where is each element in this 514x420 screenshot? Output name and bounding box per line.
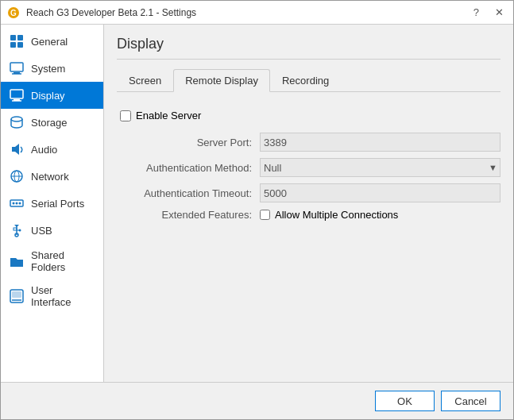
sidebar-label-storage: Storage bbox=[31, 117, 68, 129]
cancel-button[interactable]: Cancel bbox=[441, 391, 500, 411]
sidebar-item-storage[interactable]: Storage bbox=[1, 109, 103, 136]
sidebar-item-shared-folders[interactable]: Shared Folders bbox=[1, 244, 103, 279]
auth-timeout-label: Authentication Timeout: bbox=[117, 187, 260, 199]
svg-rect-4 bbox=[10, 42, 16, 48]
sidebar-item-audio[interactable]: Audio bbox=[1, 136, 103, 163]
titlebar: G Reach G3 Developer Beta 2.1 - Settings… bbox=[1, 1, 513, 25]
network-icon bbox=[9, 168, 25, 184]
server-port-input[interactable] bbox=[260, 133, 500, 152]
system-icon bbox=[9, 60, 25, 76]
window-title: Reach G3 Developer Beta 2.1 - Settings bbox=[26, 7, 196, 18]
content-area: Display Screen Remote Display Recording … bbox=[104, 25, 513, 382]
settings-window: G Reach G3 Developer Beta 2.1 - Settings… bbox=[0, 0, 514, 420]
sidebar-label-usb: USB bbox=[31, 225, 52, 237]
sidebar-label-shared-folders: Shared Folders bbox=[31, 249, 95, 273]
auth-timeout-row: Authentication Timeout: bbox=[117, 183, 500, 202]
titlebar-left: G Reach G3 Developer Beta 2.1 - Settings bbox=[7, 6, 196, 19]
enable-server-label: Enable Server bbox=[136, 110, 201, 121]
ok-button[interactable]: OK bbox=[375, 391, 435, 411]
sidebar-item-serial-ports[interactable]: Serial Ports bbox=[1, 190, 103, 217]
extended-features-row: Extended Features: Allow Multiple Connec… bbox=[117, 209, 500, 221]
server-port-row: Server Port: bbox=[117, 133, 500, 152]
sidebar-item-usb[interactable]: USB bbox=[1, 217, 103, 244]
svg-rect-2 bbox=[10, 35, 16, 40]
sidebar-label-user-interface: User Interface bbox=[31, 284, 95, 308]
auth-method-select-wrapper: Null ▼ bbox=[260, 158, 500, 177]
titlebar-controls: ? ✕ bbox=[470, 6, 507, 18]
app-icon: G bbox=[7, 6, 20, 19]
allow-multiple-label: Allow Multiple Connections bbox=[275, 209, 398, 221]
auth-method-select[interactable]: Null bbox=[260, 158, 500, 177]
storage-icon bbox=[9, 114, 25, 130]
svg-rect-5 bbox=[17, 42, 23, 48]
footer: OK Cancel bbox=[1, 382, 513, 419]
sidebar-label-system: System bbox=[31, 63, 65, 75]
svg-marker-13 bbox=[12, 144, 19, 155]
serial-ports-icon bbox=[9, 195, 25, 211]
shared-folders-icon bbox=[9, 253, 25, 269]
enable-server-row: Enable Server bbox=[117, 110, 500, 121]
auth-timeout-input[interactable] bbox=[260, 183, 500, 202]
display-icon bbox=[9, 87, 25, 103]
sidebar-item-general[interactable]: General bbox=[1, 28, 103, 55]
svg-point-12 bbox=[11, 117, 22, 121]
main-content: General System bbox=[1, 25, 513, 382]
tab-remote-display[interactable]: Remote Display bbox=[173, 69, 270, 92]
svg-point-18 bbox=[13, 202, 15, 205]
extended-features-label: Extended Features: bbox=[117, 209, 260, 221]
sidebar-label-serial-ports: Serial Ports bbox=[31, 198, 84, 210]
usb-icon bbox=[9, 222, 25, 238]
sidebar-label-display: Display bbox=[31, 90, 65, 102]
sidebar-item-user-interface[interactable]: User Interface bbox=[1, 279, 103, 314]
audio-icon bbox=[9, 141, 25, 157]
tabs: Screen Remote Display Recording bbox=[117, 69, 500, 92]
general-icon bbox=[9, 33, 25, 49]
allow-multiple-checkbox[interactable] bbox=[260, 210, 270, 220]
sidebar-label-general: General bbox=[31, 36, 68, 48]
sidebar-label-audio: Audio bbox=[31, 144, 57, 156]
svg-rect-6 bbox=[10, 63, 23, 71]
sidebar-item-system[interactable]: System bbox=[1, 55, 103, 82]
help-button[interactable]: ? bbox=[470, 6, 482, 18]
remote-display-form: Enable Server Server Port: Authenticatio… bbox=[117, 105, 500, 232]
svg-rect-9 bbox=[10, 90, 23, 98]
auth-method-row: Authentication Method: Null ▼ bbox=[117, 158, 500, 177]
svg-point-20 bbox=[19, 202, 21, 205]
auth-method-label: Authentication Method: bbox=[117, 162, 260, 174]
extended-features-value: Allow Multiple Connections bbox=[260, 209, 398, 221]
tab-screen[interactable]: Screen bbox=[117, 69, 173, 92]
sidebar-label-network: Network bbox=[31, 171, 69, 183]
sidebar-item-display[interactable]: Display bbox=[1, 82, 103, 109]
enable-server-checkbox[interactable] bbox=[120, 110, 131, 121]
tab-recording[interactable]: Recording bbox=[270, 69, 341, 92]
sidebar: General System bbox=[1, 25, 104, 382]
svg-rect-3 bbox=[17, 35, 23, 40]
svg-rect-28 bbox=[12, 291, 21, 298]
user-interface-icon bbox=[9, 288, 25, 304]
svg-point-25 bbox=[19, 229, 21, 232]
sidebar-item-network[interactable]: Network bbox=[1, 163, 103, 190]
svg-marker-22 bbox=[14, 225, 19, 227]
page-title: Display bbox=[117, 36, 500, 60]
server-port-label: Server Port: bbox=[117, 137, 260, 148]
close-button[interactable]: ✕ bbox=[492, 6, 507, 18]
svg-text:G: G bbox=[10, 9, 17, 17]
svg-point-19 bbox=[16, 202, 18, 205]
